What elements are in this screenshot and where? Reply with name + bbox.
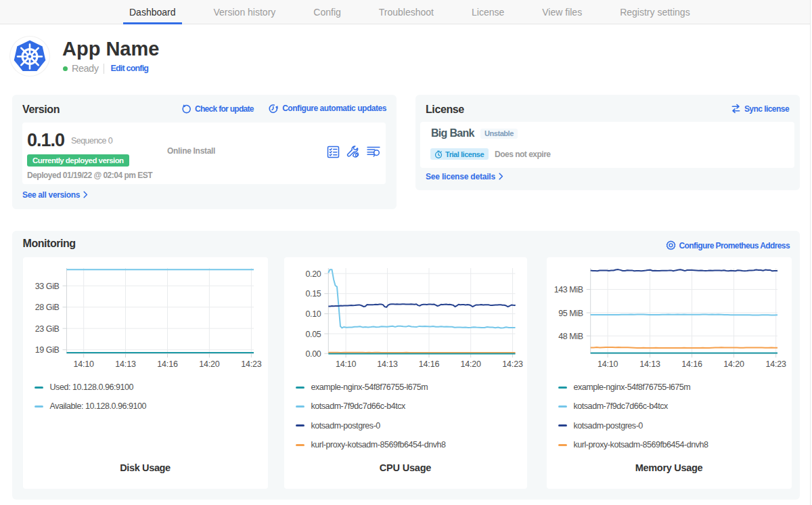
svg-text:0.10: 0.10 <box>305 309 321 319</box>
svg-text:14:13: 14:13 <box>115 359 136 369</box>
svg-text:14:20: 14:20 <box>723 359 744 369</box>
svg-text:14:10: 14:10 <box>73 359 94 369</box>
svg-text:95 MiB: 95 MiB <box>558 309 583 318</box>
svg-text:14:20: 14:20 <box>199 359 220 369</box>
svg-text:0.20: 0.20 <box>305 269 321 279</box>
svg-text:14:13: 14:13 <box>377 359 398 369</box>
svg-text:14:16: 14:16 <box>418 359 439 369</box>
svg-text:48 MiB: 48 MiB <box>558 332 583 341</box>
svg-text:23 GiB: 23 GiB <box>35 324 59 334</box>
svg-text:14:10: 14:10 <box>335 359 356 369</box>
svg-text:33 GiB: 33 GiB <box>35 282 59 291</box>
svg-text:14:13: 14:13 <box>639 359 660 369</box>
svg-text:28 GiB: 28 GiB <box>35 303 59 312</box>
svg-text:14:16: 14:16 <box>681 359 702 369</box>
svg-text:0.05: 0.05 <box>305 330 321 339</box>
svg-text:14:23: 14:23 <box>241 359 262 369</box>
svg-text:14:23: 14:23 <box>765 359 786 369</box>
svg-text:0.15: 0.15 <box>305 289 321 299</box>
svg-text:14:16: 14:16 <box>157 359 178 369</box>
svg-text:14:23: 14:23 <box>502 359 523 369</box>
svg-text:14:20: 14:20 <box>460 359 481 369</box>
svg-text:0.00: 0.00 <box>305 349 321 359</box>
svg-text:143 MiB: 143 MiB <box>554 285 583 294</box>
svg-text:14:10: 14:10 <box>597 359 618 369</box>
svg-text:19 GiB: 19 GiB <box>35 345 59 355</box>
